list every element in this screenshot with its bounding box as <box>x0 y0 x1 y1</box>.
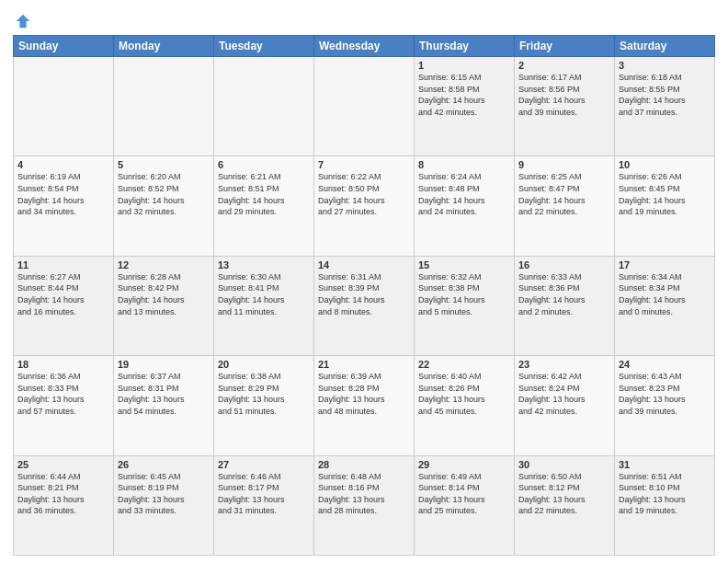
calendar-cell: 11Sunrise: 6:27 AM Sunset: 8:44 PM Dayli… <box>14 256 114 355</box>
day-detail: Sunrise: 6:27 AM Sunset: 8:44 PM Dayligh… <box>17 271 109 317</box>
day-number: 3 <box>619 60 711 71</box>
week-row-4: 18Sunrise: 6:36 AM Sunset: 8:33 PM Dayli… <box>14 356 715 455</box>
weekday-header-row: SundayMondayTuesdayWednesdayThursdayFrid… <box>14 36 715 57</box>
day-detail: Sunrise: 6:49 AM Sunset: 8:14 PM Dayligh… <box>418 471 510 517</box>
calendar-cell: 31Sunrise: 6:51 AM Sunset: 8:10 PM Dayli… <box>615 455 715 555</box>
calendar-cell: 20Sunrise: 6:38 AM Sunset: 8:29 PM Dayli… <box>214 356 314 455</box>
day-detail: Sunrise: 6:42 AM Sunset: 8:24 PM Dayligh… <box>518 371 610 417</box>
day-number: 13 <box>218 259 310 270</box>
svg-marker-0 <box>17 15 29 28</box>
day-detail: Sunrise: 6:22 AM Sunset: 8:50 PM Dayligh… <box>318 171 410 217</box>
calendar-cell: 3Sunrise: 6:18 AM Sunset: 8:55 PM Daylig… <box>615 57 715 156</box>
day-detail: Sunrise: 6:30 AM Sunset: 8:41 PM Dayligh… <box>218 271 310 317</box>
week-row-3: 11Sunrise: 6:27 AM Sunset: 8:44 PM Dayli… <box>14 256 715 355</box>
weekday-header-monday: Monday <box>114 36 214 57</box>
day-number: 7 <box>318 159 410 170</box>
weekday-header-thursday: Thursday <box>415 36 515 57</box>
day-number: 8 <box>418 159 510 170</box>
day-detail: Sunrise: 6:46 AM Sunset: 8:17 PM Dayligh… <box>218 471 310 517</box>
day-number: 19 <box>118 359 210 370</box>
calendar-cell: 4Sunrise: 6:19 AM Sunset: 8:54 PM Daylig… <box>14 156 114 256</box>
day-number: 18 <box>17 359 109 370</box>
day-number: 21 <box>318 359 410 370</box>
day-detail: Sunrise: 6:38 AM Sunset: 8:29 PM Dayligh… <box>218 371 310 417</box>
day-detail: Sunrise: 6:32 AM Sunset: 8:38 PM Dayligh… <box>418 271 510 317</box>
day-detail: Sunrise: 6:18 AM Sunset: 8:55 PM Dayligh… <box>619 72 711 118</box>
day-detail: Sunrise: 6:51 AM Sunset: 8:10 PM Dayligh… <box>619 471 711 517</box>
logo-icon <box>15 13 31 29</box>
calendar-cell: 29Sunrise: 6:49 AM Sunset: 8:14 PM Dayli… <box>415 455 515 555</box>
calendar-cell <box>14 57 114 156</box>
day-number: 28 <box>318 459 410 470</box>
day-number: 2 <box>518 60 610 71</box>
day-detail: Sunrise: 6:15 AM Sunset: 8:58 PM Dayligh… <box>418 72 510 118</box>
day-number: 29 <box>418 459 510 470</box>
calendar-cell: 10Sunrise: 6:26 AM Sunset: 8:45 PM Dayli… <box>615 156 715 256</box>
weekday-header-friday: Friday <box>515 36 615 57</box>
day-number: 4 <box>17 159 109 170</box>
calendar-cell <box>314 57 415 156</box>
calendar-cell: 14Sunrise: 6:31 AM Sunset: 8:39 PM Dayli… <box>314 256 415 355</box>
day-number: 1 <box>418 60 510 71</box>
day-detail: Sunrise: 6:50 AM Sunset: 8:12 PM Dayligh… <box>518 471 610 517</box>
calendar-cell: 28Sunrise: 6:48 AM Sunset: 8:16 PM Dayli… <box>314 455 415 555</box>
calendar-cell: 7Sunrise: 6:22 AM Sunset: 8:50 PM Daylig… <box>314 156 415 256</box>
day-number: 12 <box>118 259 210 270</box>
day-number: 23 <box>518 359 610 370</box>
page: SundayMondayTuesdayWednesdayThursdayFrid… <box>0 0 728 563</box>
day-number: 16 <box>518 259 610 270</box>
day-detail: Sunrise: 6:21 AM Sunset: 8:51 PM Dayligh… <box>218 171 310 217</box>
day-number: 30 <box>518 459 610 470</box>
day-number: 24 <box>619 359 711 370</box>
week-row-2: 4Sunrise: 6:19 AM Sunset: 8:54 PM Daylig… <box>14 156 715 256</box>
weekday-header-tuesday: Tuesday <box>214 36 314 57</box>
day-number: 26 <box>118 459 210 470</box>
day-number: 14 <box>318 259 410 270</box>
weekday-header-sunday: Sunday <box>14 36 114 57</box>
day-detail: Sunrise: 6:40 AM Sunset: 8:26 PM Dayligh… <box>418 371 510 417</box>
day-number: 25 <box>17 459 109 470</box>
calendar-cell: 24Sunrise: 6:43 AM Sunset: 8:23 PM Dayli… <box>615 356 715 455</box>
weekday-header-saturday: Saturday <box>615 36 715 57</box>
calendar-cell: 17Sunrise: 6:34 AM Sunset: 8:34 PM Dayli… <box>615 256 715 355</box>
header <box>13 9 715 29</box>
day-number: 15 <box>418 259 510 270</box>
day-detail: Sunrise: 6:28 AM Sunset: 8:42 PM Dayligh… <box>118 271 210 317</box>
week-row-5: 25Sunrise: 6:44 AM Sunset: 8:21 PM Dayli… <box>14 455 715 555</box>
day-detail: Sunrise: 6:45 AM Sunset: 8:19 PM Dayligh… <box>118 471 210 517</box>
day-detail: Sunrise: 6:48 AM Sunset: 8:16 PM Dayligh… <box>318 471 410 517</box>
day-detail: Sunrise: 6:33 AM Sunset: 8:36 PM Dayligh… <box>518 271 610 317</box>
day-detail: Sunrise: 6:37 AM Sunset: 8:31 PM Dayligh… <box>118 371 210 417</box>
day-number: 17 <box>619 259 711 270</box>
calendar-cell: 21Sunrise: 6:39 AM Sunset: 8:28 PM Dayli… <box>314 356 415 455</box>
calendar-cell: 30Sunrise: 6:50 AM Sunset: 8:12 PM Dayli… <box>515 455 615 555</box>
day-number: 11 <box>17 259 109 270</box>
calendar-cell: 9Sunrise: 6:25 AM Sunset: 8:47 PM Daylig… <box>515 156 615 256</box>
day-detail: Sunrise: 6:31 AM Sunset: 8:39 PM Dayligh… <box>318 271 410 317</box>
week-row-1: 1Sunrise: 6:15 AM Sunset: 8:58 PM Daylig… <box>14 57 715 156</box>
calendar-cell: 2Sunrise: 6:17 AM Sunset: 8:56 PM Daylig… <box>515 57 615 156</box>
day-number: 20 <box>218 359 310 370</box>
calendar-cell: 1Sunrise: 6:15 AM Sunset: 8:58 PM Daylig… <box>415 57 515 156</box>
calendar-cell: 12Sunrise: 6:28 AM Sunset: 8:42 PM Dayli… <box>114 256 214 355</box>
day-number: 22 <box>418 359 510 370</box>
day-detail: Sunrise: 6:26 AM Sunset: 8:45 PM Dayligh… <box>619 171 711 217</box>
day-detail: Sunrise: 6:34 AM Sunset: 8:34 PM Dayligh… <box>619 271 711 317</box>
calendar-cell: 26Sunrise: 6:45 AM Sunset: 8:19 PM Dayli… <box>114 455 214 555</box>
day-detail: Sunrise: 6:39 AM Sunset: 8:28 PM Dayligh… <box>318 371 410 417</box>
day-number: 6 <box>218 159 310 170</box>
day-detail: Sunrise: 6:43 AM Sunset: 8:23 PM Dayligh… <box>619 371 711 417</box>
calendar-cell: 16Sunrise: 6:33 AM Sunset: 8:36 PM Dayli… <box>515 256 615 355</box>
day-number: 27 <box>218 459 310 470</box>
day-number: 5 <box>118 159 210 170</box>
day-detail: Sunrise: 6:19 AM Sunset: 8:54 PM Dayligh… <box>17 171 109 217</box>
day-number: 9 <box>518 159 610 170</box>
calendar-cell: 22Sunrise: 6:40 AM Sunset: 8:26 PM Dayli… <box>415 356 515 455</box>
calendar-cell: 6Sunrise: 6:21 AM Sunset: 8:51 PM Daylig… <box>214 156 314 256</box>
calendar-table: SundayMondayTuesdayWednesdayThursdayFrid… <box>13 35 715 556</box>
calendar-cell: 19Sunrise: 6:37 AM Sunset: 8:31 PM Dayli… <box>114 356 214 455</box>
day-detail: Sunrise: 6:44 AM Sunset: 8:21 PM Dayligh… <box>17 471 109 517</box>
day-detail: Sunrise: 6:25 AM Sunset: 8:47 PM Dayligh… <box>518 171 610 217</box>
day-number: 31 <box>619 459 711 470</box>
day-number: 10 <box>619 159 711 170</box>
